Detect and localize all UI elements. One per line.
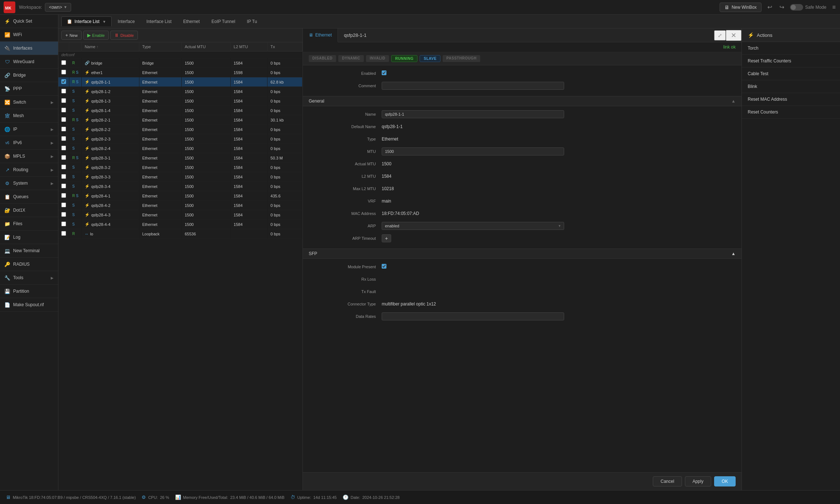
sidebar-item-switch[interactable]: 🔀 Switch ▶	[0, 96, 58, 109]
row-checkbox[interactable]	[61, 174, 66, 179]
row-checkbox[interactable]	[61, 60, 66, 65]
tab-dropdown-icon[interactable]: ▼	[103, 20, 106, 24]
col-actual-mtu[interactable]: Actual MTU	[182, 42, 231, 51]
table-row[interactable]: S ⚡ qsfp28-1-4 Ethernet 1500 1584 0 bps	[58, 106, 303, 115]
action-cable-test[interactable]: Cable Test	[742, 68, 840, 80]
tab-interface-list[interactable]: 📋 Interface List ▼	[61, 16, 112, 26]
tab-ethernet[interactable]: Ethernet	[178, 16, 205, 26]
enabled-checkbox[interactable]	[382, 70, 386, 75]
new-winbox-button[interactable]: 🖥 New WinBox	[720, 3, 762, 12]
row-checkbox[interactable]	[61, 155, 66, 160]
arp-timeout-plus-button[interactable]: +	[382, 234, 391, 242]
sidebar-item-new-terminal[interactable]: 💻 New Terminal	[0, 244, 58, 258]
sidebar-item-quick-set[interactable]: ⚡ Quick Set	[0, 15, 58, 28]
row-checkbox[interactable]	[61, 79, 66, 84]
sidebar-item-mesh[interactable]: 🕸 Mesh	[0, 109, 58, 123]
sidebar-item-ppp[interactable]: 📡 PPP	[0, 82, 58, 96]
sidebar-item-mpls[interactable]: 📦 MPLS ▶	[0, 150, 58, 163]
sidebar-item-bridge[interactable]: 🔗 Bridge	[0, 69, 58, 82]
cancel-button[interactable]: Cancel	[653, 476, 682, 486]
ethernet-active-tab[interactable]: 🖥 Ethernet	[303, 28, 338, 42]
general-section-header[interactable]: General ▲	[303, 96, 741, 106]
sidebar-item-make-supout[interactable]: 📄 Make Supout.rif	[0, 298, 58, 312]
table-row[interactable]: S ⚡ qsfp28-3-3 Ethernet 1500 1584 0 bps	[58, 172, 303, 182]
table-row[interactable]: RS ⚡ qsfp28-1-1 Ethernet 1500 1584 62.8 …	[58, 77, 303, 87]
row-checkbox[interactable]	[61, 108, 66, 112]
sidebar-item-log[interactable]: 📝 Log	[0, 231, 58, 244]
table-row[interactable]: S ⚡ qsfp28-1-3 Ethernet 1500 1584 0 bps	[58, 96, 303, 106]
mtu-input[interactable]	[382, 147, 564, 155]
action-reset-mac-address[interactable]: Reset MAC Address	[742, 93, 840, 106]
ok-button[interactable]: OK	[714, 476, 736, 486]
table-row[interactable]: R 🔗 bridge Bridge 1500 1584 0 bps	[58, 58, 303, 68]
col-type[interactable]: Type	[139, 42, 182, 51]
sidebar-item-wireguard[interactable]: 🛡 WireGuard	[0, 55, 58, 69]
sidebar-item-ip[interactable]: 🌐 IP ▶	[0, 123, 58, 136]
row-checkbox[interactable]	[61, 70, 66, 74]
table-row[interactable]: S ⚡ qsfp28-4-2 Ethernet 1500 1584 0 bps	[58, 201, 303, 210]
row-checkbox[interactable]	[61, 184, 66, 188]
sidebar-item-routing[interactable]: ↗ Routing ▶	[0, 163, 58, 177]
table-row[interactable]: R ↔ lo Loopback 65536 0 bps	[58, 229, 303, 239]
arp-select[interactable]: enabled disabled proxy-arp reply-only	[382, 222, 564, 230]
action-blink[interactable]: Blink	[742, 80, 840, 93]
sidebar-item-ipv6[interactable]: v6 IPv6 ▶	[0, 136, 58, 150]
sidebar-item-queues[interactable]: 📋 Queues	[0, 190, 58, 204]
sidebar-item-files[interactable]: 📁 Files	[0, 217, 58, 231]
table-row[interactable]: S ⚡ qsfp28-4-4 Ethernet 1500 1584 0 bps	[58, 220, 303, 229]
row-checkbox[interactable]	[61, 146, 66, 150]
table-row[interactable]: S ⚡ qsfp28-3-4 Ethernet 1500 1584 0 bps	[58, 182, 303, 191]
table-row[interactable]: S ⚡ qsfp28-4-3 Ethernet 1500 1584 0 bps	[58, 210, 303, 220]
table-row[interactable]: S ⚡ qsfp28-1-2 Ethernet 1500 1584 0 bps	[58, 87, 303, 96]
col-tx[interactable]: Tx	[267, 42, 303, 51]
table-row[interactable]: RS ⚡ qsfp28-4-1 Ethernet 1500 1584 435.6	[58, 191, 303, 201]
enable-button[interactable]: ▶ Enable	[83, 31, 109, 40]
tab-interface-list-sub[interactable]: Interface List	[141, 16, 177, 26]
workspace-button[interactable]: <own> ▼	[45, 3, 71, 12]
sidebar-item-tools[interactable]: 🔧 Tools ▶	[0, 271, 58, 285]
tab-eoip-tunnel[interactable]: EoIP Tunnel	[206, 16, 240, 26]
menu-button[interactable]: ≡	[831, 3, 837, 12]
sidebar-item-dot1x[interactable]: 🔐 Dot1X	[0, 204, 58, 217]
row-checkbox[interactable]	[61, 127, 66, 131]
action-torch[interactable]: Torch	[742, 42, 840, 55]
table-row[interactable]: RS ⚡ qsfp28-3-1 Ethernet 1500 1584 50.3 …	[58, 153, 303, 163]
row-checkbox[interactable]	[61, 98, 66, 103]
table-row[interactable]: RS ⚡ ether1 Ethernet 1500 1598 0 bps	[58, 68, 303, 77]
action-reset-counters[interactable]: Reset Counters	[742, 106, 840, 119]
safe-mode-switch[interactable]	[790, 4, 803, 11]
redo-button[interactable]: ↪	[778, 2, 786, 12]
row-checkbox[interactable]	[61, 193, 66, 198]
table-row[interactable]: S ⚡ qsfp28-3-2 Ethernet 1500 1584 0 bps	[58, 163, 303, 172]
col-name[interactable]: Name	[81, 42, 139, 51]
name-input[interactable]	[382, 110, 564, 118]
col-l2mtu[interactable]: L2 MTU	[231, 42, 267, 51]
row-checkbox[interactable]	[61, 136, 66, 141]
sidebar-item-wifi[interactable]: 📶 WiFi	[0, 28, 58, 42]
safe-mode-toggle[interactable]: Safe Mode	[790, 4, 826, 11]
row-checkbox[interactable]	[61, 212, 66, 217]
row-checkbox[interactable]	[61, 117, 66, 122]
row-checkbox[interactable]	[61, 203, 66, 207]
undo-button[interactable]: ↩	[766, 2, 774, 12]
comment-input[interactable]	[382, 82, 564, 90]
tab-ip-tu[interactable]: IP Tu	[242, 16, 263, 26]
apply-button[interactable]: Apply	[685, 476, 711, 486]
sidebar-item-system[interactable]: ⚙ System ▶	[0, 177, 58, 190]
row-checkbox[interactable]	[61, 222, 66, 226]
sidebar-item-partition[interactable]: 💾 Partition	[0, 285, 58, 298]
new-button[interactable]: + New	[61, 31, 82, 40]
sidebar-item-radius[interactable]: 🔑 RADIUS	[0, 258, 58, 271]
table-row[interactable]: S ⚡ qsfp28-2-3 Ethernet 1500 1584 0 bps	[58, 134, 303, 144]
table-row[interactable]: RS ⚡ qsfp28-2-1 Ethernet 1500 1584 30.1 …	[58, 115, 303, 125]
row-checkbox[interactable]	[61, 231, 66, 236]
action-reset-traffic-counters[interactable]: Reset Traffic Counters	[742, 55, 840, 68]
sfp-section-header[interactable]: SFP ▲	[303, 249, 741, 259]
tab-interface[interactable]: Interface	[112, 16, 140, 26]
disable-button[interactable]: ⏸ Disable	[110, 31, 138, 40]
data-rates-input[interactable]	[382, 312, 564, 320]
ethernet-expand-button[interactable]: ⤢	[714, 30, 726, 41]
module-present-checkbox[interactable]	[382, 264, 386, 269]
row-checkbox[interactable]	[61, 89, 66, 93]
table-row[interactable]: S ⚡ qsfp28-2-4 Ethernet 1500 1584 0 bps	[58, 144, 303, 153]
